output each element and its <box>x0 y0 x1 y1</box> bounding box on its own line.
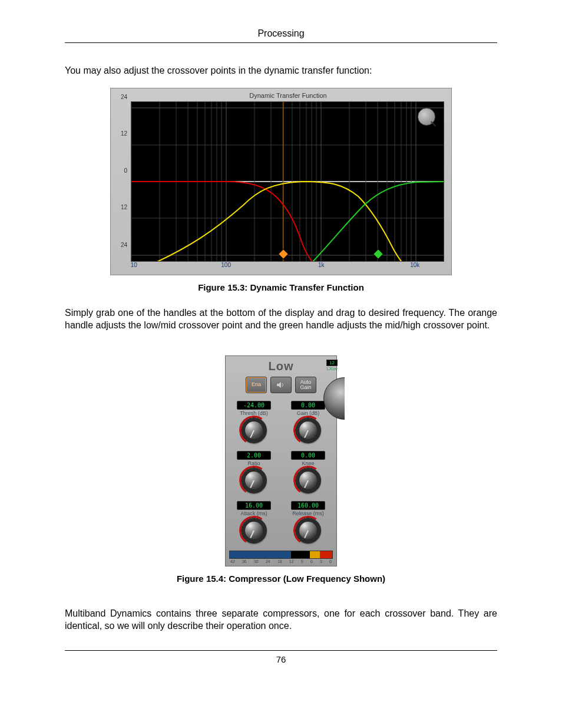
figure-15-3-caption: Figure 15.3: Dynamic Transfer Function <box>65 282 497 292</box>
figure-15-4: Low 12 LXov Ena Auto Gain -24.00 <box>65 355 497 566</box>
compressor-panel: Low 12 LXov Ena Auto Gain -24.00 <box>225 355 337 566</box>
dtf-y-axis-labels: 24 12 0 12 24 <box>113 91 128 250</box>
magnifier-icon[interactable] <box>418 108 435 126</box>
enable-button[interactable]: Ena <box>246 377 267 393</box>
page-number: 76 <box>65 654 497 664</box>
paragraph-intro: You may also adjust the crossover points… <box>65 64 497 77</box>
band-title: Low <box>229 360 333 373</box>
lxov-readout: 12 LXov <box>326 360 338 371</box>
release-knob[interactable] <box>295 518 321 543</box>
solo-button[interactable] <box>270 377 292 393</box>
knob-grid: -24.00 Thresh (dB) 0.00 Gain (dB) 2.00 R… <box>229 399 333 547</box>
header-rule <box>65 42 497 43</box>
meter-scale: 42 36 30 24 18 12 9 6 3 0 <box>229 559 333 564</box>
dtf-panel: Dynamic Transfer Function 24 12 0 12 24 <box>110 88 452 275</box>
thresh-value: -24.00 <box>237 401 271 410</box>
attack-value: 16.00 <box>237 501 271 510</box>
knee-knob[interactable] <box>295 467 321 493</box>
gain-knob[interactable] <box>295 417 321 443</box>
gain-reduction-meter <box>229 551 333 559</box>
dtf-x-axis-labels: 10 100 1k 10k <box>131 262 443 271</box>
figure-15-3: Dynamic Transfer Function 24 12 0 12 24 <box>65 88 497 275</box>
auto-gain-button[interactable]: Auto Gain <box>295 377 316 393</box>
footer-rule <box>65 650 497 651</box>
dtf-plot-area[interactable] <box>131 101 444 262</box>
gain-value: 0.00 <box>291 401 325 410</box>
ratio-knob[interactable] <box>241 467 267 493</box>
dtf-panel-title: Dynamic Transfer Function <box>131 91 445 101</box>
paragraph-multiband: Multiband Dynamics contains three separa… <box>65 607 497 633</box>
lxov-knob[interactable] <box>323 371 345 424</box>
svg-rect-34 <box>279 249 289 259</box>
thresh-knob[interactable] <box>241 417 267 443</box>
attack-knob[interactable] <box>241 518 267 543</box>
paragraph-handles: Simply grab one of the handles at the bo… <box>65 307 497 332</box>
release-value: 160.00 <box>291 501 325 510</box>
figure-15-4-caption: Figure 15.4: Compressor (Low Frequency S… <box>65 574 497 584</box>
svg-marker-36 <box>277 382 281 388</box>
svg-rect-35 <box>373 249 384 259</box>
ratio-value: 2.00 <box>237 451 271 460</box>
page-header: Processing <box>65 28 497 42</box>
speaker-icon <box>276 381 286 388</box>
knee-value: 0.00 <box>291 451 325 460</box>
